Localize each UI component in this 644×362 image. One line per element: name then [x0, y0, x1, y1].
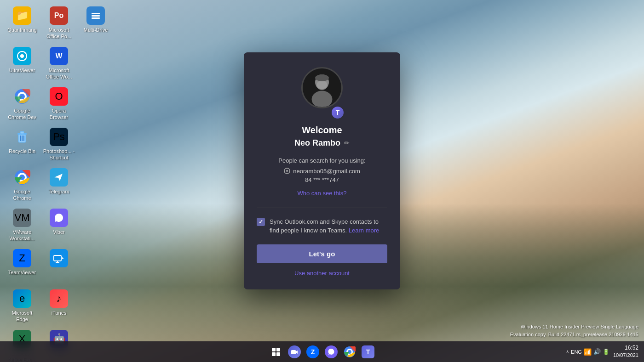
edit-name-icon[interactable]: ✏ [344, 139, 350, 147]
svg-rect-30 [276, 352, 280, 356]
taskbar-date-display: 10/07/2021 [613, 352, 638, 359]
sys-tray: ∧ ENG 📶 🔊 🔋 [566, 348, 610, 356]
taskbar-time-display: 16:52 [613, 344, 638, 352]
sync-checkbox[interactable] [257, 218, 265, 226]
contact-email: neorambo05@gmail.com [284, 168, 360, 175]
svg-rect-28 [276, 348, 280, 351]
sync-text: Sync Outlook.com and Skype contacts to f… [270, 217, 387, 235]
chevron-up-icon[interactable]: ∧ [566, 349, 569, 354]
taskbar: Z [0, 341, 644, 362]
svg-rect-31 [291, 350, 296, 354]
taskbar-right: ∧ ENG 📶 🔊 🔋 16:52 10/07/2021 [566, 344, 638, 359]
user-avatar [301, 67, 343, 108]
taskbar-teams-meet-icon[interactable] [286, 344, 303, 360]
search-info-label: People can search for you using: [278, 157, 365, 164]
taskbar-lang[interactable]: ENG [571, 349, 582, 355]
svg-rect-27 [272, 348, 276, 351]
taskbar-teams-icon[interactable]: T [360, 344, 376, 360]
contact-info: neorambo05@gmail.com 84 *** ***747 [284, 168, 360, 187]
who-can-see-link[interactable]: Who can see this? [298, 190, 347, 197]
battery-icon: 🔋 [603, 349, 610, 355]
taskbar-chrome-icon[interactable] [341, 344, 358, 360]
modal-overlay: T Welcome Neo Rambo ✏ People can search … [0, 0, 644, 341]
taskbar-clock[interactable]: 16:52 10/07/2021 [613, 344, 638, 359]
desktop: 📁 Quantrimang Po Microsoft Office Po... … [0, 0, 644, 362]
user-name: Neo Rambo [294, 138, 340, 148]
taskbar-zalo-icon[interactable]: Z [305, 344, 321, 360]
teams-modal: T Welcome Neo Rambo ✏ People can search … [244, 52, 400, 289]
learn-more-link[interactable]: Learn more [349, 227, 379, 234]
lets-go-button[interactable]: Let's go [257, 244, 387, 263]
welcome-heading: Welcome [302, 125, 342, 136]
svg-rect-29 [272, 352, 276, 356]
modal-divider [257, 208, 387, 208]
user-name-row: Neo Rambo ✏ [294, 138, 350, 148]
svg-point-22 [312, 90, 333, 107]
sync-row: Sync Outlook.com and Skype contacts to f… [257, 217, 387, 235]
taskbar-center: Z [268, 344, 376, 360]
taskbar-viber-icon[interactable] [323, 344, 339, 360]
volume-icon[interactable]: 🔊 [593, 348, 601, 355]
email-text: neorambo05@gmail.com [293, 168, 360, 175]
use-another-account-link[interactable]: Use another account [294, 270, 350, 277]
wifi-icon: 📶 [584, 348, 592, 356]
start-button[interactable] [268, 344, 284, 360]
teams-badge: T [331, 106, 345, 119]
svg-point-26 [286, 170, 288, 172]
svg-point-23 [317, 80, 327, 89]
svg-point-24 [315, 74, 329, 81]
contact-phone: 84 *** ***747 [284, 176, 360, 183]
